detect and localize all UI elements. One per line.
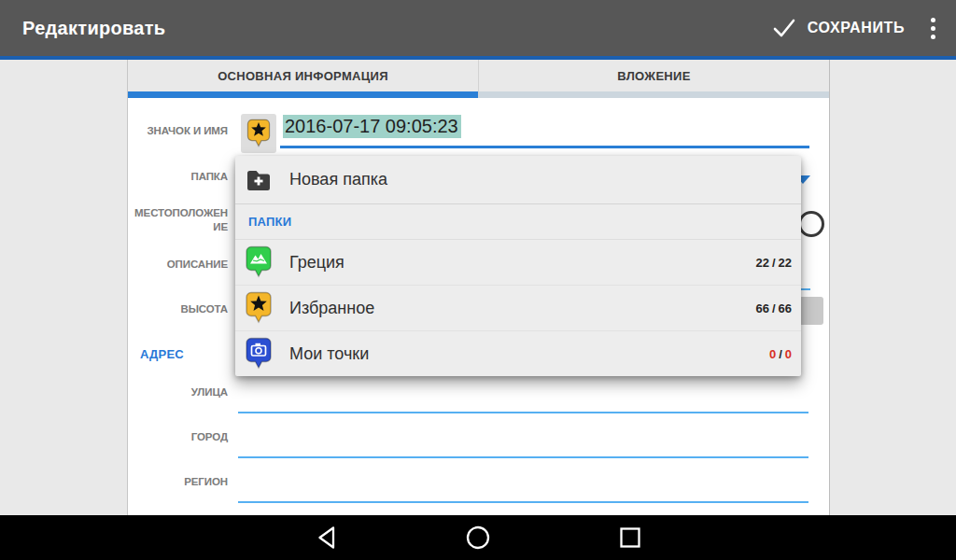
screen: Редактировать СОХРАНИТЬ ОСНОВНАЯ ИНФОРМА… [0, 0, 956, 560]
recents-icon [619, 526, 641, 549]
height-label: ВЫСОТА [128, 302, 228, 316]
folder-item-greece[interactable]: Греция 22/22 [235, 240, 801, 285]
tab-bar: ОСНОВНАЯ ИНФОРМАЦИЯ ВЛОЖЕНИЕ [128, 60, 829, 98]
description-label: ОПИСАНИЕ [128, 258, 228, 272]
city-label: ГОРОД [128, 430, 228, 444]
location-label: МЕСТОПОЛОЖЕНИЕ [128, 206, 228, 234]
marker-icon-button[interactable] [241, 114, 276, 153]
name-input-underline [280, 146, 809, 148]
address-section-header: АДРЕС [140, 347, 184, 361]
tab-basic-info[interactable]: ОСНОВНАЯ ИНФОРМАЦИЯ [128, 60, 478, 98]
landscape-pin-icon [246, 245, 272, 279]
folder-item-my-points[interactable]: Мои точки 0/0 [235, 330, 801, 376]
street-input[interactable] [238, 387, 808, 413]
folder-item-favorites[interactable]: Избранное 66/66 [235, 285, 801, 330]
home-icon [465, 525, 491, 551]
region-label: РЕГИОН [128, 475, 228, 489]
overflow-menu-button[interactable] [923, 12, 943, 45]
folder-count: 22/22 [755, 256, 792, 270]
new-folder-label: Новая папка [289, 170, 387, 189]
height-unit-button[interactable] [799, 297, 823, 325]
star-pin-icon [246, 119, 271, 148]
city-input[interactable] [238, 432, 808, 458]
page-title: Редактировать [22, 18, 165, 39]
tab-attachment[interactable]: ВЛОЖЕНИЕ [478, 60, 829, 98]
nav-back-button[interactable] [302, 515, 354, 560]
name-input[interactable]: 2016-07-17 09:05:23 [283, 116, 461, 137]
action-bar-actions: СОХРАНИТЬ [766, 8, 956, 48]
name-input-selected-text: 2016-07-17 09:05:23 [283, 115, 461, 138]
folder-name: Избранное [289, 299, 374, 318]
check-icon [772, 16, 796, 40]
icon-name-label: ЗНАЧОК И ИМЯ [128, 124, 228, 138]
nav-home-button[interactable] [452, 515, 504, 560]
back-icon [316, 525, 340, 551]
new-folder-item[interactable]: Новая папка [235, 156, 801, 204]
region-input[interactable] [238, 477, 808, 503]
folder-label: ПАПКА [128, 170, 228, 184]
save-label: СОХРАНИТЬ [808, 20, 905, 36]
kebab-menu-icon [931, 18, 935, 22]
folder-count: 66/66 [755, 301, 792, 315]
star-pin-icon [246, 291, 272, 325]
gps-circle-icon[interactable] [798, 211, 824, 237]
folder-name: Мои точки [289, 344, 369, 364]
folders-section-label: ПАПКИ [248, 215, 291, 229]
tab-attachment-label: ВЛОЖЕНИЕ [617, 69, 690, 83]
folder-dropdown: Новая папка ПАПКИ Греция 22/22 И [235, 156, 801, 376]
page-background: ОСНОВНАЯ ИНФОРМАЦИЯ ВЛОЖЕНИЕ ЗНАЧОК И ИМ… [0, 60, 956, 515]
folder-plus-icon [246, 169, 272, 190]
action-bar: Редактировать СОХРАНИТЬ [0, 0, 956, 56]
folder-name: Греция [289, 253, 344, 273]
street-label: УЛИЦА [128, 385, 228, 399]
folder-count: 0/0 [769, 347, 792, 361]
save-button[interactable]: СОХРАНИТЬ [766, 8, 910, 48]
android-nav-bar [0, 515, 956, 560]
tab-basic-info-label: ОСНОВНАЯ ИНФОРМАЦИЯ [218, 69, 388, 83]
nav-recents-button[interactable] [604, 515, 656, 560]
camera-pin-icon [246, 337, 272, 371]
folders-section-header: ПАПКИ [235, 204, 801, 240]
